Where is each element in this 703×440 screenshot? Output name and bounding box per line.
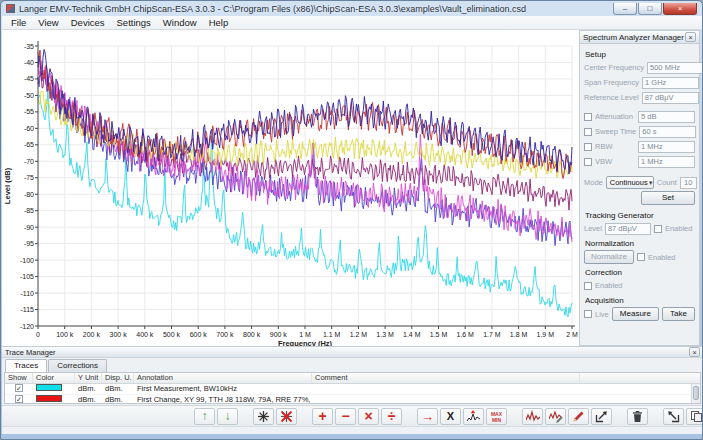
tg-level-label: Level [584,224,602,233]
column-header-y-unit[interactable]: Y Unit [75,373,102,383]
panel-header[interactable]: Spectrum Analyzer Manager × [580,31,699,44]
close-button[interactable]: × [663,3,697,15]
normalization-enabled-checkbox[interactable] [637,253,645,261]
sweep-time-field[interactable]: 60 s [639,126,696,138]
menu-devices[interactable]: Devices [65,16,111,29]
center-frequency-field[interactable]: 500 MHz [647,62,703,74]
subtract-traces-button[interactable]: − [335,408,356,425]
svg-text:MIN: MIN [492,417,502,423]
export-trace-button[interactable] [591,408,612,425]
import-trace-icon [667,410,680,423]
add-traces-button[interactable]: + [312,408,333,425]
import-trace-button[interactable] [663,408,684,425]
svg-text:1.4 M: 1.4 M [403,331,421,338]
svg-text:-65: -65 [24,141,34,148]
cut-trace-icon: X [447,411,454,422]
edit-waveform-button[interactable] [545,408,566,425]
count-label: Count [657,178,677,187]
setup-group-label: Setup [585,50,695,59]
minimize-button[interactable]: – [613,3,637,15]
column-header-annotation[interactable]: Annotation [134,373,312,383]
trace-manager-header[interactable]: Trace Manager × [2,347,703,358]
trace-color-swatch[interactable] [36,384,62,391]
duplicate-trace-button[interactable] [686,408,703,425]
rbw-field[interactable]: 1 MHz [638,141,695,153]
scrollbar-thumb[interactable] [693,386,699,400]
tg-level-field[interactable]: 87 dBμV [605,223,651,235]
menu-file[interactable]: File [5,16,32,29]
multiply-traces-button[interactable]: × [358,408,379,425]
normalize-button[interactable]: Normalize [584,250,634,264]
delete-trace-button[interactable] [627,408,648,425]
show-waveform-button[interactable] [522,408,543,425]
vbw-label: VBW [595,157,635,166]
trace-color-swatch[interactable] [36,395,62,402]
reference-marker-icon [257,410,270,423]
attenuation-field[interactable]: 5 dB [638,111,695,123]
sweep-time-checkbox[interactable] [584,128,592,136]
tab-corrections[interactable]: Corrections [48,359,107,372]
column-header-color[interactable]: Color [33,373,75,383]
reference-level-field[interactable]: 87 dBμV [642,92,699,104]
svg-text:-70: -70 [24,158,34,165]
svg-text:1 M: 1 M [299,331,311,338]
vbw-checkbox[interactable] [584,158,592,166]
tg-enabled-checkbox[interactable] [654,225,662,233]
y-unit-cell: dBm. [75,384,102,394]
take-button[interactable]: Take [662,307,695,321]
peak-search-button[interactable] [463,408,484,425]
menu-window[interactable]: Window [157,16,203,29]
trace-table-scrollbar[interactable] [691,384,700,403]
rbw-checkbox[interactable] [584,143,592,151]
svg-text:400 k: 400 k [136,331,154,338]
menu-view[interactable]: View [32,16,64,29]
live-checkbox[interactable] [584,310,592,318]
divide-traces-button[interactable]: ÷ [381,408,402,425]
trace-row[interactable]: ✓dBm.dBm.First Change, XY 99, TTH J8 118… [5,395,700,404]
vbw-field[interactable]: 1 MHz [638,156,695,168]
column-header-show[interactable]: Show [5,373,33,383]
tab-traces[interactable]: Traces [5,359,47,372]
mode-select[interactable]: Continuous ▼ [606,176,654,189]
move-trace-up-button[interactable]: ↑ [194,408,215,425]
svg-text:-95: -95 [24,240,34,247]
menu-settings[interactable]: Settings [111,16,157,29]
svg-text:-45: -45 [24,75,34,82]
column-header-comment[interactable]: Comment [312,373,580,383]
title-bar[interactable]: Langer EMV-Technik GmbH ChipScan-ESA 3.0… [1,1,702,16]
spectrum-chart[interactable]: -35-40-45-50-55-60-65-70-75-80-85-90-95-… [2,30,579,346]
attenuation-checkbox[interactable] [584,113,592,121]
panel-close-icon[interactable]: × [685,32,696,42]
menu-help[interactable]: Help [203,16,235,29]
span-frequency-label: Span Frequency [584,78,639,87]
annotation-cell: First Change, XY 99, TTH J8 118W, 79A, R… [134,395,312,404]
max-min-button[interactable]: MAXMIN [486,408,507,425]
divide-traces-icon: ÷ [388,409,396,423]
trace-manager-close-icon[interactable]: × [689,347,700,357]
span-frequency-field[interactable]: 1 GHz [642,77,699,89]
subtract-traces-icon: − [341,409,349,423]
trace-row[interactable]: ✓dBm.dBm.First Measurement, BW10kHz [5,384,700,395]
apply-to-trace-button[interactable]: → [417,408,438,425]
annotation-cell: First Measurement, BW10kHz [134,384,312,394]
column-header-disp-u-[interactable]: Disp. U. [102,373,134,383]
count-field[interactable]: 10 [680,177,697,189]
set-button[interactable]: Set [641,191,695,205]
cut-trace-button[interactable]: X [440,408,461,425]
maximize-button[interactable]: □ [638,3,662,15]
show-checkbox[interactable]: ✓ [15,395,23,403]
chart-area: -35-40-45-50-55-60-65-70-75-80-85-90-95-… [2,30,579,346]
attenuation-label: Attenuation [595,112,635,121]
measure-button[interactable]: Measure [612,307,659,321]
show-cell: ✓ [5,395,33,404]
reference-marker-button[interactable] [253,408,274,425]
svg-text:1.5 M: 1.5 M [430,331,448,338]
svg-text:100 k: 100 k [56,331,74,338]
reference-marker-off-button[interactable] [276,408,297,425]
toolbar: ↑↓+−×÷→XMAXMIN [2,405,703,426]
show-checkbox[interactable]: ✓ [15,384,23,392]
move-trace-down-button[interactable]: ↓ [217,408,238,425]
svg-text:-35: -35 [24,43,34,50]
pencil-button[interactable] [568,408,589,425]
correction-enabled-checkbox[interactable] [584,282,592,290]
